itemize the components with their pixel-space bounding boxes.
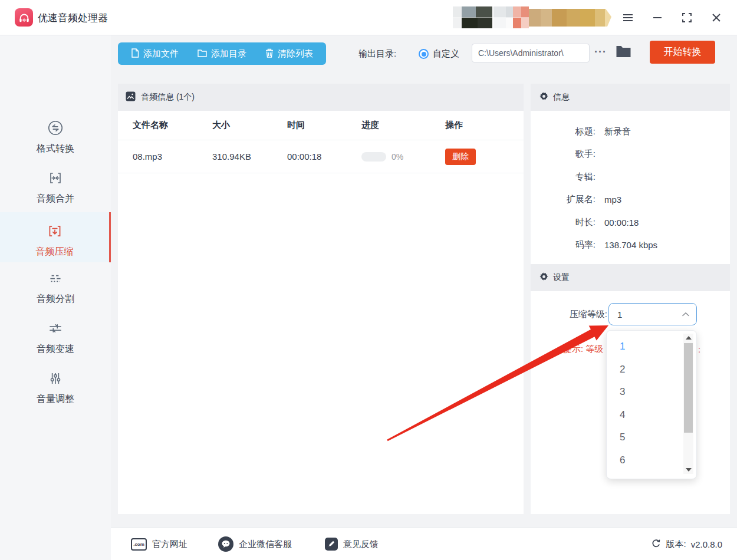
info-field-title: 标题: 新录音 [531,120,730,143]
menu-icon[interactable] [620,10,636,25]
scrollbar-thumb[interactable] [684,343,693,433]
titlebar: 优速音频处理器 [0,0,737,35]
field-value: 00:00:18 [604,218,639,228]
official-site-label: 官方网址 [152,539,187,550]
start-convert-button[interactable]: 开始转换 [650,41,715,64]
image-icon [126,91,136,104]
footer: .com 官方网址 企业微信客服 意见反馈 版本: v2.0.8.0 [111,528,737,560]
audio-file-panel: 音频信息 (1个) 文件名称 大小 时间 进度 操作 08.mp3 310.94… [118,84,524,514]
wechat-icon [218,536,233,552]
wechat-service-link[interactable]: 企业微信客服 [218,536,292,552]
settings-panel-header: 设置 [531,264,730,291]
add-directory-button[interactable]: 添加目录 [188,42,256,65]
custom-radio-label: 自定义 [433,48,459,60]
version-info: 版本: v2.0.8.0 [652,539,722,550]
field-label: 码率: [531,239,595,251]
sidebar-item-audio-compress[interactable]: 音频压缩 [0,212,111,262]
file-panel-title: 音频信息 (1个) [141,92,195,103]
col-time: 时间 [287,120,361,131]
folder-icon [198,49,207,59]
file-panel-header: 音频信息 (1个) [118,84,524,111]
feedback-icon [325,538,338,551]
field-label: 专辑: [531,172,595,183]
field-label: 扩展名: [531,194,595,205]
info-fields: 标题: 新录音 歌手: 专辑: 扩展名: mp3 时长: 00:00:18 码率… [531,120,730,256]
gear-icon [539,272,548,284]
official-site-link[interactable]: .com 官方网址 [131,538,187,551]
settings-panel-title: 设置 [553,272,570,283]
format-convert-icon [47,119,64,139]
sidebar-label: 音频压缩 [36,246,74,258]
cell-size: 310.94KB [212,151,287,162]
minimize-icon[interactable] [650,10,665,25]
dropdown-scrollbar[interactable] [683,334,693,474]
audio-merge-icon [47,169,64,189]
add-file-label: 添加文件 [143,48,179,60]
audio-compress-icon [46,222,64,242]
blurred-region-1 [453,6,492,28]
open-folder-icon[interactable] [616,45,631,61]
app-window: 优速音频处理器 添加文件 [0,0,737,560]
refresh-icon[interactable] [652,539,661,550]
sidebar-item-audio-merge[interactable]: 音频合并 [0,169,111,205]
feedback-link[interactable]: 意见反馈 [325,538,379,551]
cell-filename: 08.mp3 [133,151,212,162]
info-panel-header: 信息 [531,84,730,111]
table-row[interactable]: 08.mp3 310.94KB 00:00:18 0% 删除 [118,140,524,173]
sidebar-item-volume-adjust[interactable]: 音量调整 [0,370,111,406]
scroll-up-icon[interactable] [683,334,693,342]
col-progress: 进度 [361,120,445,131]
audio-speed-icon [47,319,64,340]
delete-button[interactable]: 删除 [445,149,476,165]
file-icon [131,48,139,60]
compress-level-dropdown: 1 2 3 4 5 6 7 [606,330,697,479]
add-file-button[interactable]: 添加文件 [121,42,188,65]
clear-list-button[interactable]: 清除列表 [256,42,323,65]
sidebar-item-audio-split[interactable]: 音频分割 [0,269,111,305]
sidebar-item-format-convert[interactable]: 格式转换 [0,119,111,155]
gear-icon [539,92,548,103]
field-label: 歌手: [531,149,595,160]
field-label: 时长: [531,217,595,228]
output-path-input[interactable] [472,44,590,62]
app-logo-icon [15,8,33,27]
tip-text-fragment: : [698,344,700,354]
tip-text: 提示: 等级 [563,344,603,355]
sidebar: 格式转换 音频合并 音频压缩 [0,35,111,560]
compress-level-label: 压缩等级: [531,309,607,320]
info-field-bitrate: 码率: 138.704 kbps [531,234,730,257]
clear-list-label: 清除列表 [278,48,313,60]
table-header-row: 文件名称 大小 时间 进度 操作 [118,111,524,140]
field-value: 138.704 kbps [604,240,657,250]
maximize-icon[interactable] [679,10,695,25]
cell-action: 删除 [445,149,516,165]
info-field-extension: 扩展名: mp3 [531,189,730,212]
version-label: 版本: [666,539,686,550]
sidebar-label: 格式转换 [37,143,74,155]
col-size: 大小 [212,120,287,131]
progress-percent: 0% [391,152,403,162]
chevron-up-icon [682,312,689,317]
add-directory-label: 添加目录 [211,48,246,60]
toolbar: 添加文件 添加目录 清除列表 输出目录: 自定义 ··· 开始转换 [111,35,737,75]
sidebar-item-audio-speed[interactable]: 音频变速 [0,319,111,355]
file-actions-group: 添加文件 添加目录 清除列表 [118,42,326,65]
scroll-down-icon[interactable] [683,466,693,474]
col-filename: 文件名称 [133,120,212,131]
volume-adjust-icon [47,370,64,390]
field-value: 新录音 [604,126,631,137]
field-value: mp3 [604,195,621,205]
info-field-artist: 歌手: [531,143,730,166]
app-title: 优速音频处理器 [38,11,108,25]
compress-level-row: 压缩等级: 1 [531,303,730,325]
output-dir-label: 输出目录: [358,48,396,60]
browse-more-button[interactable]: ··· [594,46,607,58]
sidebar-label: 音频变速 [37,343,74,355]
sidebar-label: 音量调整 [37,393,74,406]
compress-level-select[interactable]: 1 [608,303,697,325]
sidebar-label: 音频合并 [37,193,74,205]
close-icon[interactable] [709,10,724,25]
custom-radio[interactable] [419,49,429,59]
version-value: v2.0.8.0 [691,539,722,549]
sidebar-label: 音频分割 [37,293,74,305]
